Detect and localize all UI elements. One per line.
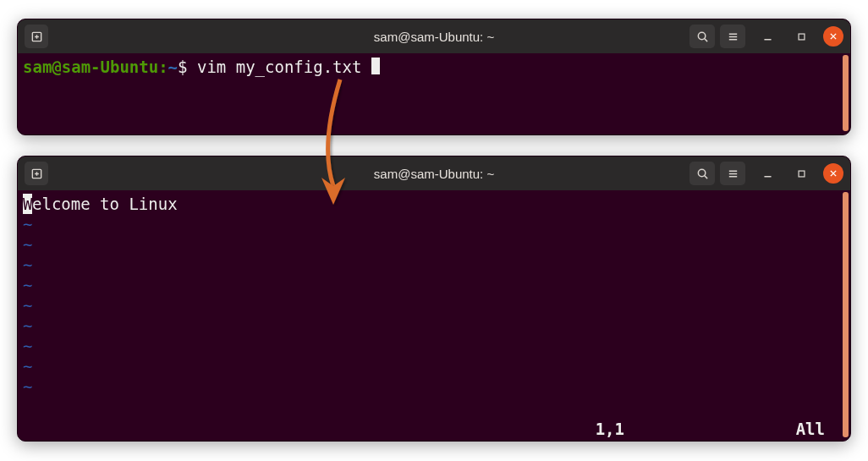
prompt-path: ~ — [168, 58, 178, 76]
prompt-dollar: $ — [178, 58, 187, 76]
svg-line-16 — [704, 175, 706, 178]
maximize-button[interactable] — [789, 162, 813, 185]
vim-tilde-line: ~ — [23, 376, 845, 397]
search-icon — [696, 30, 709, 43]
close-icon — [829, 169, 838, 178]
menu-button[interactable] — [720, 25, 745, 48]
prompt-colon: : — [158, 58, 168, 76]
vim-tilde-line: ~ — [23, 234, 845, 255]
search-button[interactable] — [689, 25, 715, 48]
prompt-line: sam@sam-Ubuntu:~$ vim my_config.txt — [23, 58, 380, 76]
terminal-window-vim: sam@sam-Ubuntu: ~ Welcome to Linux ~ ~ ~… — [17, 156, 851, 442]
prompt-user-host: sam@sam-Ubuntu — [23, 58, 158, 76]
vim-tilde-line: ~ — [23, 336, 845, 356]
svg-point-3 — [698, 32, 705, 39]
maximize-button[interactable] — [789, 25, 813, 48]
close-button[interactable] — [823, 163, 843, 184]
svg-point-15 — [698, 169, 705, 176]
close-icon — [829, 32, 838, 41]
vim-tilde-line: ~ — [23, 316, 845, 336]
maximize-icon — [797, 32, 806, 41]
vim-content-line: Welcome to Linux — [23, 194, 845, 214]
vim-tilde-line: ~ — [23, 214, 845, 234]
titlebar-right-group — [689, 162, 843, 185]
command-text: vim my_config.txt — [197, 58, 361, 76]
search-button[interactable] — [689, 162, 715, 185]
scrollbar[interactable] — [843, 55, 849, 131]
vim-tilde-line: ~ — [23, 255, 845, 275]
vim-cursor-position: 1,1 — [596, 419, 624, 439]
titlebar: sam@sam-Ubuntu: ~ — [18, 19, 850, 53]
new-tab-button[interactable] — [25, 25, 48, 48]
close-button[interactable] — [823, 26, 843, 47]
vim-tilde-line: ~ — [23, 295, 845, 316]
vim-content-text: elcome to Linux — [32, 195, 178, 213]
vim-cursor: W — [23, 194, 32, 214]
vim-scroll-indicator: All — [796, 419, 825, 439]
minimize-icon — [762, 31, 773, 42]
terminal-body[interactable]: sam@sam-Ubuntu:~$ vim my_config.txt — [18, 53, 850, 134]
search-icon — [696, 167, 709, 180]
hamburger-icon — [727, 30, 739, 43]
cursor — [371, 58, 380, 74]
svg-line-4 — [704, 38, 706, 41]
svg-rect-21 — [799, 171, 805, 177]
terminal-window-command: sam@sam-Ubuntu: ~ sam@sam-Ubuntu:~$ vim … — [17, 19, 851, 135]
minimize-icon — [762, 168, 773, 179]
new-tab-button[interactable] — [25, 162, 48, 185]
scrollbar[interactable] — [843, 192, 849, 437]
minimize-button[interactable] — [755, 162, 779, 185]
svg-rect-9 — [799, 34, 805, 40]
vim-status-bar: 1,1 All — [17, 419, 840, 439]
vim-body[interactable]: Welcome to Linux ~ ~ ~ ~ ~ ~ ~ ~ ~ 1,1 A… — [18, 190, 850, 441]
maximize-icon — [797, 169, 806, 178]
titlebar: sam@sam-Ubuntu: ~ — [18, 156, 850, 190]
minimize-button[interactable] — [755, 25, 779, 48]
vim-tilde-line: ~ — [23, 275, 845, 295]
hamburger-icon — [727, 167, 739, 180]
vim-tilde-line: ~ — [23, 356, 845, 376]
menu-button[interactable] — [720, 162, 745, 185]
titlebar-right-group — [689, 25, 843, 48]
